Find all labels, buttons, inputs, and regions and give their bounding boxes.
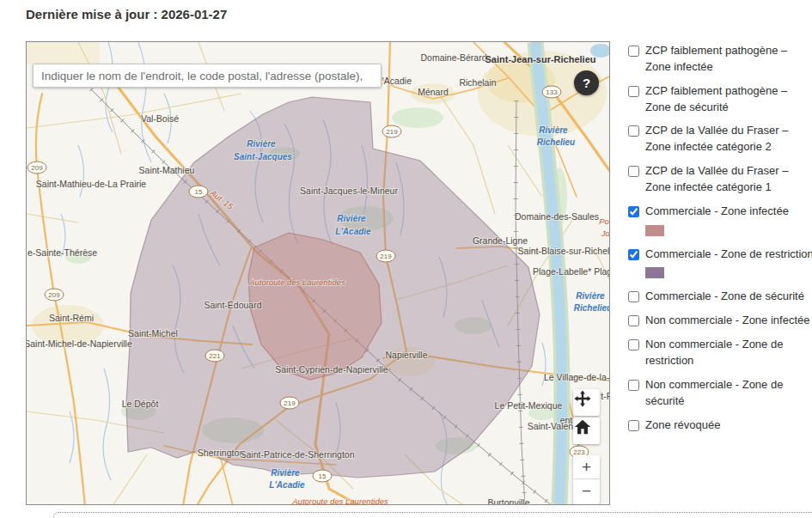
home-icon (573, 417, 592, 436)
map-label: Saint-Jean-sur-Richelieu (485, 54, 596, 64)
map-label: Saint-Jacques-le-Mineur (300, 186, 398, 196)
map-label: Richelieu (537, 137, 575, 147)
map-canvas: 1332192091521920922121915223 Domaine-Bér… (27, 42, 609, 504)
legend-checkbox-1[interactable] (628, 86, 639, 97)
legend-checkbox-10[interactable] (628, 420, 639, 431)
map-label: Rivière (247, 139, 276, 149)
legend-checkbox-8[interactable] (628, 339, 639, 350)
legend-label[interactable]: Non commerciale - Zone de restriction (645, 337, 812, 369)
route-badge-label: 209 (31, 164, 43, 172)
map-label: Napierville (385, 350, 427, 360)
map-label: Domaine-des-Saules (515, 211, 599, 222)
map-label: Le Village-de-la-B (544, 372, 609, 382)
legend-swatch (645, 225, 664, 236)
legend-label[interactable]: Commerciale - Zone infectée (645, 204, 789, 220)
map-label: L'Acadie (377, 76, 412, 86)
map-label: e-Sainte-Thérèse (27, 247, 97, 258)
map-label: Saint-Mathieu-de-La Prairie (36, 179, 147, 189)
legend-label[interactable]: ZCP de la Vallée du Fraser – Zone infect… (645, 123, 812, 155)
map-label: Joné (601, 229, 609, 238)
legend-swatch (645, 267, 664, 278)
map-label: Autoroute des Laurentides (291, 497, 388, 504)
legend-item: Commerciale - Zone infectée (628, 204, 812, 239)
zoom-out-button[interactable]: − (573, 479, 600, 503)
route-badge-label: 219 (284, 399, 296, 407)
map-label: Saint-Patrice-de-Sherrington (240, 449, 354, 460)
move-arrows-icon (573, 389, 592, 408)
last-update-heading: Dernière mise à jour : 2026-01-27 (26, 7, 227, 21)
map-label: Rivière (271, 468, 300, 478)
map-label: Grande-Ligne (473, 235, 528, 246)
map-label: Saint-Jacques (234, 152, 292, 161)
legend-label[interactable]: Non commerciale - Zone de sécurité (645, 377, 812, 410)
legend-checkbox-7[interactable] (628, 315, 639, 326)
zoom-in-button[interactable]: + (573, 455, 600, 479)
home-button[interactable] (573, 417, 600, 444)
legend-item: ZCP de la Vallée du Fraser – Zone infect… (628, 163, 812, 196)
route-badge-label: 209 (48, 291, 60, 299)
map-label: Saint-Édouard (204, 300, 261, 310)
legend-checkbox-9[interactable] (628, 380, 639, 391)
map-label: Richelieu (574, 303, 609, 313)
legend-checkbox-5[interactable] (628, 249, 639, 260)
legend-item: Non commerciale - Zone de sécurité (628, 377, 812, 410)
map-label: Saint-Cyprien-de-Napierville (275, 364, 388, 375)
map-label: Pont (599, 216, 609, 226)
map-label: Rivière (337, 214, 366, 223)
next-panel-top-border (53, 512, 812, 518)
map-label: Autoroute des Laurentides (248, 277, 345, 287)
legend-item: Non commerciale - Zone de restriction (628, 337, 812, 369)
map-label: Val-Boisé (141, 113, 179, 124)
map-label: Le Petit-Mexique (495, 400, 563, 411)
map-label: L'Acadie (269, 480, 305, 490)
map-label: Saint-Michel-de-Napierville (27, 338, 132, 349)
legend-label[interactable]: Non commerciale - Zone infectée (645, 313, 809, 329)
pan-button[interactable] (573, 389, 600, 416)
legend-checkbox-3[interactable] (628, 166, 639, 177)
search-input[interactable] (33, 64, 382, 88)
map-label: t-Pa (601, 391, 609, 401)
route-badge-label: 15 (195, 188, 203, 196)
legend-item: Zone révoquée (628, 417, 812, 434)
question-mark-icon: ? (583, 76, 590, 90)
map-label: Le Dépôt (122, 399, 159, 409)
legend-item: Commerciale - Zone de sécurité (628, 289, 812, 305)
map-label: Richelain (459, 77, 496, 88)
legend-checkbox-4[interactable] (628, 206, 639, 217)
map-label: Plage-Labelle* Plage (533, 266, 609, 277)
page: Dernière mise à jour : 2026-01-27 (0, 0, 812, 518)
legend-item: Commerciale - Zone de restriction (628, 247, 812, 282)
legend-label[interactable]: Zone révoquée (645, 417, 720, 434)
map-label: Sherrington (198, 448, 244, 458)
interactive-map[interactable]: 1332192091521920922121915223 Domaine-Bér… (26, 41, 610, 505)
map-label: Saint-Michel (128, 328, 178, 338)
legend-item: ZCP faiblement pathogène – Zone infectée (628, 43, 812, 76)
legend-item: Non commerciale - Zone infectée (628, 313, 812, 329)
legend-label[interactable]: Commerciale - Zone de restriction (645, 247, 812, 263)
route-badge-label: 133 (546, 88, 558, 96)
map-label: Ménard (418, 87, 449, 97)
legend-label[interactable]: ZCP faiblement pathogène – Zone de sécur… (645, 83, 812, 116)
legend-label[interactable]: Commerciale - Zone de sécurité (645, 289, 804, 305)
map-label: Saint-Blaise-sur-Richelieu (518, 246, 609, 256)
map-label: Burtonville (487, 497, 529, 504)
map-label: Rivière (539, 125, 568, 135)
map-label: Domaine-Bérard (420, 52, 486, 63)
map-label: Saint-Rémi (49, 313, 94, 323)
legend-checkbox-0[interactable] (628, 46, 639, 57)
zoom-control: + − (573, 455, 600, 504)
legend-label[interactable]: ZCP de la Vallée du Fraser – Zone infect… (645, 163, 812, 196)
map-label: Saint-Mathieu (139, 165, 195, 175)
route-badge-label: 219 (380, 253, 392, 260)
map-label: Rivière (576, 291, 605, 301)
map-label: L'Acadie (335, 227, 371, 236)
legend-item: ZCP de la Vallée du Fraser – Zone infect… (628, 123, 812, 155)
legend-checkbox-2[interactable] (628, 125, 639, 137)
legend-checkbox-6[interactable] (628, 291, 639, 302)
legend: ZCP faiblement pathogène – Zone infectée… (628, 43, 812, 441)
help-button[interactable]: ? (574, 70, 599, 95)
route-badge-label: 219 (386, 128, 398, 136)
legend-label[interactable]: ZCP faiblement pathogène – Zone infectée (645, 43, 812, 76)
route-badge-label: 15 (319, 472, 327, 480)
legend-item: ZCP faiblement pathogène – Zone de sécur… (628, 83, 812, 116)
